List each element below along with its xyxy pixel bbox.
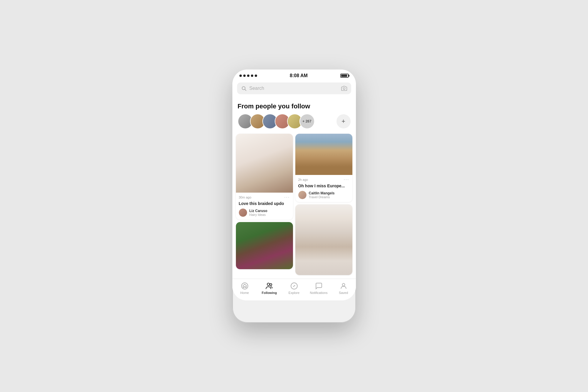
pin-more-europe[interactable]: ···: [344, 177, 349, 182]
pin-image-vegetables: [236, 222, 293, 269]
pins-column-right: 2h ago ··· Oh how I miss Europe... Caitl…: [295, 134, 352, 275]
pin-card-europe[interactable]: 2h ago ··· Oh how I miss Europe... Caitl…: [295, 134, 352, 202]
nav-item-saved[interactable]: Saved: [335, 282, 352, 295]
bottom-navigation: Home Following: [232, 279, 356, 300]
nav-item-home[interactable]: Home: [236, 282, 254, 295]
nav-label-following: Following: [262, 291, 277, 295]
svg-point-8: [342, 283, 345, 286]
section-header: From people you follow: [232, 98, 356, 114]
pin-author-name-caitlin: Caitlin Mangels: [309, 191, 335, 195]
svg-point-3: [241, 283, 248, 289]
status-time: 8:08 AM: [290, 73, 308, 78]
nav-label-notifications: Notifications: [310, 291, 328, 295]
following-icon: [265, 282, 274, 290]
nav-label-saved: Saved: [339, 291, 348, 295]
pin-info-europe: 2h ago ··· Oh how I miss Europe... Caitl…: [295, 175, 352, 202]
section-title: From people you follow: [238, 102, 351, 110]
pin-title-europe: Oh how I miss Europe...: [298, 183, 349, 188]
svg-line-1: [245, 89, 246, 90]
pin-board-caitlin: Travel Dreams: [309, 195, 335, 199]
explore-icon: [290, 282, 298, 290]
svg-point-4: [267, 283, 269, 285]
pins-column-left: 30m ago ··· Love this braided updo Liz C…: [236, 134, 293, 275]
pin-image-europe: [295, 134, 352, 175]
pin-image-interior: [295, 204, 352, 275]
pin-time-europe: 2h ago: [298, 178, 308, 181]
pin-info-hairstyle: 30m ago ··· Love this braided updo Liz C…: [236, 193, 293, 220]
search-placeholder-text: Search: [249, 86, 338, 91]
pin-title-hairstyle: Love this braided updo: [239, 201, 290, 206]
nav-item-explore[interactable]: Explore: [285, 282, 303, 295]
avatars-list: + 267: [238, 114, 315, 129]
pin-time-hairstyle: 30m ago: [239, 196, 251, 199]
svg-point-5: [270, 284, 272, 286]
search-icon: [241, 86, 246, 91]
nav-item-notifications[interactable]: Notifications: [310, 282, 328, 295]
pin-card-hairstyle[interactable]: 30m ago ··· Love this braided updo Liz C…: [236, 134, 293, 220]
svg-marker-7: [293, 285, 295, 287]
plus-icon: +: [342, 118, 345, 125]
avatar-more-count[interactable]: + 267: [299, 114, 315, 129]
signal-dots: [239, 75, 257, 77]
status-bar: 8:08 AM: [232, 70, 356, 80]
pin-more-hairstyle[interactable]: ···: [284, 195, 290, 200]
pin-author-name-liz: Liz Caruso: [249, 209, 267, 213]
home-icon: [241, 282, 249, 290]
pin-author-info-caitlin: Caitlin Mangels Travel Dreams: [309, 191, 335, 199]
nav-item-following[interactable]: Following: [261, 282, 278, 295]
pin-author-avatar-liz[interactable]: [239, 209, 247, 217]
phone-device: 8:08 AM Search From: [232, 70, 356, 323]
camera-icon[interactable]: [341, 85, 347, 91]
add-following-button[interactable]: +: [337, 114, 351, 128]
svg-point-2: [343, 87, 345, 90]
main-content: From people you follow: [232, 98, 356, 279]
nav-label-home: Home: [240, 291, 249, 295]
nav-label-explore: Explore: [289, 291, 299, 295]
notifications-icon: [315, 282, 323, 290]
pin-card-interior[interactable]: [295, 204, 352, 275]
pin-image-hairstyle: [236, 134, 293, 193]
battery-icon: [340, 74, 349, 78]
avatars-row: + 267 +: [232, 114, 356, 134]
pin-author-hairstyle: Liz Caruso Hairy Ideas: [239, 209, 290, 217]
search-input[interactable]: Search: [237, 82, 351, 94]
pin-meta-hairstyle: 30m ago ···: [239, 195, 290, 200]
pin-card-vegetables[interactable]: [236, 222, 293, 269]
phone-screen: 8:08 AM Search From: [232, 70, 356, 300]
search-bar: Search: [232, 80, 356, 98]
pins-grid: 30m ago ··· Love this braided updo Liz C…: [232, 134, 356, 275]
pin-author-avatar-caitlin[interactable]: [298, 191, 307, 199]
pin-author-europe: Caitlin Mangels Travel Dreams: [298, 191, 349, 199]
saved-icon: [339, 282, 348, 290]
pin-board-liz: Hairy Ideas: [249, 213, 267, 216]
pin-meta-europe: 2h ago ···: [298, 177, 349, 182]
pin-author-info-liz: Liz Caruso Hairy Ideas: [249, 209, 267, 216]
